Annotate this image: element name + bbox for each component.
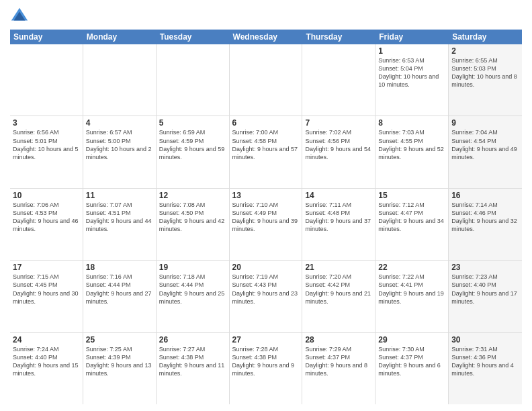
calendar-cell: 10Sunrise: 7:06 AMSunset: 4:53 PMDayligh…	[10, 189, 83, 260]
day-number: 10	[13, 191, 80, 200]
calendar-cell: 9Sunrise: 7:04 AMSunset: 4:54 PMDaylight…	[449, 116, 522, 187]
calendar-cell: 27Sunrise: 7:28 AMSunset: 4:38 PMDayligh…	[230, 333, 303, 404]
day-info: Sunrise: 7:25 AMSunset: 4:39 PMDaylight:…	[86, 345, 153, 378]
day-info: Sunrise: 6:53 AMSunset: 5:04 PMDaylight:…	[378, 56, 445, 89]
day-number: 20	[232, 263, 300, 272]
day-number: 21	[305, 263, 372, 272]
day-number: 1	[378, 46, 445, 56]
day-info: Sunrise: 7:29 AMSunset: 4:37 PMDaylight:…	[305, 345, 372, 378]
calendar-cell: 30Sunrise: 7:31 AMSunset: 4:36 PMDayligh…	[449, 333, 522, 404]
day-number: 19	[159, 263, 226, 272]
day-info: Sunrise: 6:59 AMSunset: 4:59 PMDaylight:…	[159, 128, 226, 161]
calendar-body: 1Sunrise: 6:53 AMSunset: 5:04 PMDaylight…	[10, 44, 522, 404]
calendar-cell: 29Sunrise: 7:30 AMSunset: 4:37 PMDayligh…	[375, 333, 449, 404]
calendar-week-3: 10Sunrise: 7:06 AMSunset: 4:53 PMDayligh…	[10, 189, 522, 261]
day-info: Sunrise: 7:20 AMSunset: 4:42 PMDaylight:…	[305, 273, 372, 306]
day-info: Sunrise: 7:10 AMSunset: 4:49 PMDaylight:…	[232, 201, 300, 234]
calendar-cell	[157, 44, 230, 116]
day-number: 14	[305, 191, 372, 200]
day-number: 2	[451, 46, 519, 56]
weekday-header-monday: Monday	[83, 30, 157, 44]
calendar-cell: 13Sunrise: 7:10 AMSunset: 4:49 PMDayligh…	[230, 189, 303, 260]
day-info: Sunrise: 7:30 AMSunset: 4:37 PMDaylight:…	[378, 345, 445, 378]
day-info: Sunrise: 7:18 AMSunset: 4:44 PMDaylight:…	[159, 273, 226, 306]
day-number: 22	[378, 263, 445, 272]
day-number: 16	[451, 191, 519, 200]
day-info: Sunrise: 7:22 AMSunset: 4:41 PMDaylight:…	[378, 273, 445, 306]
calendar-cell: 12Sunrise: 7:08 AMSunset: 4:50 PMDayligh…	[157, 189, 230, 260]
day-info: Sunrise: 7:31 AMSunset: 4:36 PMDaylight:…	[451, 345, 519, 378]
logo-icon	[10, 7, 29, 26]
weekday-header-friday: Friday	[375, 30, 449, 44]
calendar-cell: 21Sunrise: 7:20 AMSunset: 4:42 PMDayligh…	[302, 261, 375, 332]
calendar-cell: 5Sunrise: 6:59 AMSunset: 4:59 PMDaylight…	[157, 116, 230, 187]
day-number: 15	[378, 191, 445, 200]
day-info: Sunrise: 7:28 AMSunset: 4:38 PMDaylight:…	[232, 345, 300, 378]
day-number: 3	[13, 118, 80, 128]
page: SundayMondayTuesdayWednesdayThursdayFrid…	[0, 0, 532, 411]
header	[10, 7, 522, 26]
day-info: Sunrise: 7:14 AMSunset: 4:46 PMDaylight:…	[451, 201, 519, 234]
calendar-cell: 7Sunrise: 7:02 AMSunset: 4:56 PMDaylight…	[302, 116, 375, 187]
calendar-week-5: 24Sunrise: 7:24 AMSunset: 4:40 PMDayligh…	[10, 333, 522, 404]
calendar-cell: 3Sunrise: 6:56 AMSunset: 5:01 PMDaylight…	[10, 116, 83, 187]
weekday-header-saturday: Saturday	[449, 30, 522, 44]
calendar-cell	[302, 44, 375, 116]
calendar-cell: 18Sunrise: 7:16 AMSunset: 4:44 PMDayligh…	[83, 261, 157, 332]
day-info: Sunrise: 7:24 AMSunset: 4:40 PMDaylight:…	[13, 345, 80, 378]
calendar-cell: 26Sunrise: 7:27 AMSunset: 4:38 PMDayligh…	[157, 333, 230, 404]
day-info: Sunrise: 7:02 AMSunset: 4:56 PMDaylight:…	[305, 128, 372, 161]
weekday-header-sunday: Sunday	[10, 30, 83, 44]
calendar-cell: 4Sunrise: 6:57 AMSunset: 5:00 PMDaylight…	[83, 116, 157, 187]
day-number: 17	[13, 263, 80, 272]
logo	[10, 7, 32, 26]
day-number: 27	[232, 335, 300, 345]
calendar-cell: 24Sunrise: 7:24 AMSunset: 4:40 PMDayligh…	[10, 333, 83, 404]
calendar-cell: 17Sunrise: 7:15 AMSunset: 4:45 PMDayligh…	[10, 261, 83, 332]
day-number: 11	[86, 191, 153, 200]
day-info: Sunrise: 7:00 AMSunset: 4:58 PMDaylight:…	[232, 128, 300, 161]
calendar-cell: 28Sunrise: 7:29 AMSunset: 4:37 PMDayligh…	[302, 333, 375, 404]
day-number: 6	[232, 118, 300, 128]
day-number: 23	[451, 263, 519, 272]
day-number: 18	[86, 263, 153, 272]
calendar-cell: 1Sunrise: 6:53 AMSunset: 5:04 PMDaylight…	[375, 44, 449, 116]
calendar-cell: 19Sunrise: 7:18 AMSunset: 4:44 PMDayligh…	[157, 261, 230, 332]
day-info: Sunrise: 7:15 AMSunset: 4:45 PMDaylight:…	[13, 273, 80, 306]
day-info: Sunrise: 7:27 AMSunset: 4:38 PMDaylight:…	[159, 345, 226, 378]
day-info: Sunrise: 7:11 AMSunset: 4:48 PMDaylight:…	[305, 201, 372, 234]
calendar-cell: 11Sunrise: 7:07 AMSunset: 4:51 PMDayligh…	[83, 189, 157, 260]
calendar-week-4: 17Sunrise: 7:15 AMSunset: 4:45 PMDayligh…	[10, 261, 522, 332]
day-info: Sunrise: 6:57 AMSunset: 5:00 PMDaylight:…	[86, 128, 153, 161]
calendar-cell	[83, 44, 157, 116]
day-info: Sunrise: 7:12 AMSunset: 4:47 PMDaylight:…	[378, 201, 445, 234]
day-number: 5	[159, 118, 226, 128]
weekday-header-wednesday: Wednesday	[230, 30, 303, 44]
day-info: Sunrise: 6:56 AMSunset: 5:01 PMDaylight:…	[13, 128, 80, 161]
weekday-header-thursday: Thursday	[302, 30, 375, 44]
day-number: 13	[232, 191, 300, 200]
day-info: Sunrise: 7:04 AMSunset: 4:54 PMDaylight:…	[451, 128, 519, 161]
day-number: 12	[159, 191, 226, 200]
calendar-cell: 16Sunrise: 7:14 AMSunset: 4:46 PMDayligh…	[449, 189, 522, 260]
day-number: 9	[451, 118, 519, 128]
day-number: 7	[305, 118, 372, 128]
calendar-week-1: 1Sunrise: 6:53 AMSunset: 5:04 PMDaylight…	[10, 44, 522, 116]
calendar-cell: 25Sunrise: 7:25 AMSunset: 4:39 PMDayligh…	[83, 333, 157, 404]
calendar-cell: 23Sunrise: 7:23 AMSunset: 4:40 PMDayligh…	[449, 261, 522, 332]
calendar-cell: 2Sunrise: 6:55 AMSunset: 5:03 PMDaylight…	[449, 44, 522, 116]
day-number: 8	[378, 118, 445, 128]
day-info: Sunrise: 7:07 AMSunset: 4:51 PMDaylight:…	[86, 201, 153, 234]
calendar-cell	[10, 44, 83, 116]
day-number: 29	[378, 335, 445, 345]
calendar-cell: 14Sunrise: 7:11 AMSunset: 4:48 PMDayligh…	[302, 189, 375, 260]
calendar-header: SundayMondayTuesdayWednesdayThursdayFrid…	[10, 30, 522, 44]
day-info: Sunrise: 7:06 AMSunset: 4:53 PMDaylight:…	[13, 201, 80, 234]
day-info: Sunrise: 7:03 AMSunset: 4:55 PMDaylight:…	[378, 128, 445, 161]
day-info: Sunrise: 6:55 AMSunset: 5:03 PMDaylight:…	[451, 56, 519, 89]
day-info: Sunrise: 7:23 AMSunset: 4:40 PMDaylight:…	[451, 273, 519, 306]
calendar-cell: 6Sunrise: 7:00 AMSunset: 4:58 PMDaylight…	[230, 116, 303, 187]
calendar-cell: 22Sunrise: 7:22 AMSunset: 4:41 PMDayligh…	[375, 261, 449, 332]
day-number: 30	[451, 335, 519, 345]
calendar: SundayMondayTuesdayWednesdayThursdayFrid…	[10, 30, 522, 404]
